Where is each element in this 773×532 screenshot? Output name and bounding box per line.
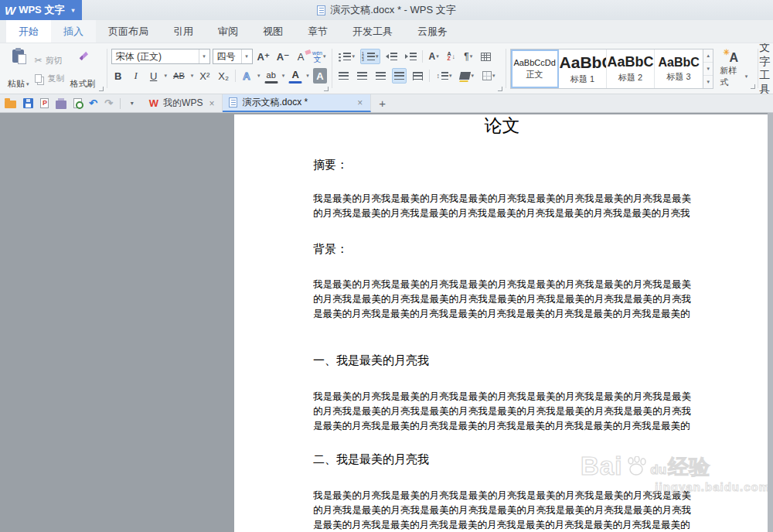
- format-painter-button[interactable]: 格式刷: [67, 47, 99, 91]
- font-size-select[interactable]: 四号 ▾: [213, 49, 253, 64]
- borders-button[interactable]: ▾: [480, 68, 498, 84]
- chevron-down-icon[interactable]: ▾: [257, 73, 261, 79]
- document-icon: [229, 97, 237, 107]
- dialog-launcher-icon[interactable]: [99, 87, 104, 91]
- document-page[interactable]: 论文 摘要： 我是最美的月亮我是最美的月亮我是最美的月亮我是最美的月亮我是最美的…: [234, 114, 768, 532]
- cut-button[interactable]: ✂ 剪切: [32, 53, 67, 68]
- close-icon[interactable]: ×: [356, 97, 364, 108]
- decrease-indent-button[interactable]: [383, 49, 400, 64]
- sort-button[interactable]: AZ↓: [444, 49, 458, 64]
- close-icon[interactable]: ×: [207, 98, 216, 109]
- font-color-button[interactable]: A: [288, 68, 302, 84]
- paste-button[interactable]: 粘贴▾: [5, 47, 32, 91]
- chevron-down-icon[interactable]: ▾: [165, 73, 168, 79]
- overflow-group: 文字工具: [759, 43, 771, 94]
- tab-my-wps[interactable]: W 我的WPS ×: [143, 94, 223, 112]
- style-preview: AaBbC: [560, 53, 606, 72]
- numbered-list-icon: [363, 53, 375, 61]
- gallery-scroll-down[interactable]: ▼: [703, 63, 713, 76]
- char-scale-button[interactable]: A▾: [426, 49, 441, 64]
- customize-toolbar-icon[interactable]: ▾: [128, 100, 137, 107]
- tab-developer[interactable]: 开发工具: [340, 20, 405, 43]
- chevron-down-icon[interactable]: ▾: [282, 73, 285, 79]
- section-body: 我是最美的月亮我是最美的月亮我是最美的月亮我是最美的月亮我是最美的月亮我是最美的…: [313, 389, 691, 433]
- grow-font-button[interactable]: A⁺: [255, 49, 272, 64]
- print-icon[interactable]: [56, 101, 66, 109]
- tab-section[interactable]: 章节: [295, 20, 340, 43]
- font-family-select[interactable]: 宋体 (正文) ▾: [111, 49, 210, 64]
- chevron-down-icon[interactable]: ▾: [306, 73, 309, 79]
- gallery-scroll-up[interactable]: ▲: [703, 49, 713, 63]
- wps-app-button[interactable]: W WPS 文字 ▾: [0, 0, 82, 20]
- bold-button[interactable]: B: [111, 68, 125, 84]
- lines-icon: [390, 53, 397, 61]
- tab-review[interactable]: 审阅: [206, 20, 250, 43]
- tab-home[interactable]: 开始: [6, 20, 51, 43]
- underline-button[interactable]: U: [147, 68, 161, 84]
- tab-page-layout[interactable]: 页面布局: [96, 20, 161, 43]
- style-gallery: AaBbCcDd 正文 AaBbC 标题 1 AaBbC 标题 2 AaBbC …: [510, 49, 703, 89]
- bullet-list-button[interactable]: ▾: [336, 49, 357, 64]
- style-heading2[interactable]: AaBbC 标题 2: [607, 49, 655, 88]
- distribute-button[interactable]: [410, 68, 425, 84]
- justify-button[interactable]: [392, 68, 407, 84]
- dialog-launcher-icon[interactable]: [324, 87, 329, 91]
- tab-view[interactable]: 视图: [250, 20, 295, 43]
- tab-references[interactable]: 引用: [161, 20, 206, 43]
- show-marks-button[interactable]: ¶▾: [461, 49, 475, 64]
- tab-label: 我的WPS: [163, 97, 203, 110]
- chevron-down-icon: ▾: [199, 49, 209, 63]
- redo-icon[interactable]: ↷: [104, 97, 113, 109]
- style-label: 标题 1: [570, 73, 594, 85]
- line-spacing-button[interactable]: ↕▾: [434, 68, 454, 84]
- tab-cloud[interactable]: 云服务: [405, 20, 460, 43]
- table-grid-icon: [481, 53, 491, 61]
- bullet-list-icon: [339, 53, 351, 61]
- chevron-down-icon[interactable]: ▾: [191, 73, 194, 79]
- insert-table-button[interactable]: [478, 49, 493, 64]
- style-heading3[interactable]: AaBbC 标题 3: [655, 49, 703, 88]
- arrow-down-icon: ↓: [451, 53, 455, 60]
- numbered-list-button[interactable]: ▾: [360, 49, 381, 64]
- window-title-text: 演示文稿.docx * - WPS 文字: [330, 3, 456, 17]
- copy-button[interactable]: 复制: [32, 71, 67, 86]
- align-right-button[interactable]: [373, 68, 388, 84]
- dialog-launcher-icon[interactable]: [751, 84, 755, 89]
- align-center-button[interactable]: [355, 68, 369, 84]
- dialog-launcher-icon[interactable]: [498, 87, 502, 91]
- pinyin-guide-button[interactable]: wén文 ▾: [310, 49, 328, 64]
- shading-button[interactable]: ▾: [458, 68, 476, 84]
- style-normal[interactable]: AaBbCcDd 正文: [511, 49, 559, 88]
- chevron-down-icon[interactable]: ▾: [71, 7, 74, 14]
- increase-indent-button[interactable]: [403, 49, 419, 64]
- char-shading-button[interactable]: A: [313, 68, 327, 84]
- shrink-font-button[interactable]: A⁻: [274, 49, 291, 64]
- clear-format-button[interactable]: A: [294, 49, 308, 64]
- save-icon[interactable]: [23, 98, 33, 108]
- tab-document[interactable]: 演示文稿.docx * ×: [223, 94, 371, 112]
- paste-label: 粘贴: [8, 78, 25, 90]
- tab-insert[interactable]: 插入: [51, 20, 96, 43]
- font-size-value: 四号: [213, 50, 241, 63]
- subscript-button[interactable]: X₂: [216, 68, 231, 84]
- vertical-scrollbar[interactable]: [768, 113, 773, 532]
- style-heading1[interactable]: AaBbC 标题 1: [559, 49, 607, 88]
- open-file-icon[interactable]: [5, 101, 16, 108]
- strikethrough-button[interactable]: AB: [171, 68, 187, 84]
- italic-button[interactable]: I: [129, 68, 143, 84]
- align-left-button[interactable]: [336, 68, 351, 84]
- new-tab-button[interactable]: +: [371, 94, 393, 112]
- undo-icon[interactable]: ↶: [89, 97, 97, 109]
- section-body: 我是最美的月亮我是最美的月亮我是最美的月亮我是最美的月亮我是最美的月亮我是最美的…: [313, 191, 691, 220]
- highlight-color-button[interactable]: ab: [264, 68, 278, 84]
- export-pdf-icon[interactable]: [40, 98, 49, 108]
- text-effects-button[interactable]: A: [240, 68, 254, 84]
- superscript-button[interactable]: X²: [197, 68, 212, 84]
- new-style-button[interactable]: ✳A 新样式▾: [713, 48, 754, 91]
- print-preview-icon[interactable]: [73, 98, 82, 108]
- star-icon: ✳: [723, 48, 729, 56]
- gallery-more-button[interactable]: ▼: [703, 76, 713, 88]
- chevron-down-icon: ▾: [470, 53, 473, 60]
- section-body: 我是最美的月亮我是最美的月亮我是最美的月亮我是最美的月亮我是最美的月亮我是最美的…: [313, 277, 691, 321]
- chevron-down-icon: ▾: [745, 73, 748, 80]
